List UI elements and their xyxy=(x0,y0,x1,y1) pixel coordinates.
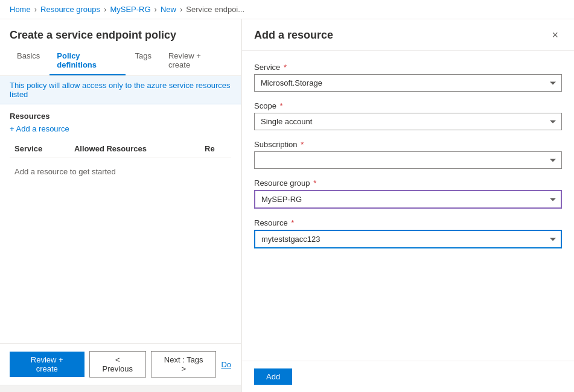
breadcrumb-mysep-rg[interactable]: MySEP-RG xyxy=(110,5,150,14)
scope-select[interactable]: Single account All accounts in subscript… xyxy=(254,113,562,130)
next-button[interactable]: Next : Tags > xyxy=(151,351,216,378)
tab-review-create[interactable]: Review + create xyxy=(161,46,229,75)
scope-label: Scope * xyxy=(254,101,562,110)
breadcrumb: Home › Resource groups › MySEP-RG › New … xyxy=(0,0,574,19)
service-select-wrapper: Microsoft.Storage xyxy=(254,74,562,92)
horizontal-scrollbar[interactable] xyxy=(0,385,241,392)
tab-bar: Basics Policy definitions Tags Review + … xyxy=(0,46,241,76)
close-button[interactable]: × xyxy=(548,28,562,43)
service-select[interactable]: Microsoft.Storage xyxy=(254,74,562,92)
resource-group-select-wrapper: MySEP-RG xyxy=(254,190,562,209)
resource-table: Service Allowed Resources Re Add a resou… xyxy=(10,141,231,186)
tab-policy-definitions[interactable]: Policy definitions xyxy=(49,46,125,75)
col-allowed: Allowed Resources xyxy=(69,141,200,157)
breadcrumb-current: Service endpoi... xyxy=(186,5,244,14)
breadcrumb-home[interactable]: Home xyxy=(10,5,31,14)
tab-basics[interactable]: Basics xyxy=(10,46,47,75)
previous-button[interactable]: < Previous xyxy=(89,351,146,378)
resource-select[interactable]: myteststgacc123 xyxy=(254,230,562,248)
col-re: Re xyxy=(200,141,231,157)
table-row-empty: Add a resource to get started xyxy=(10,157,231,186)
resource-group-select[interactable]: MySEP-RG xyxy=(254,190,562,209)
panel-title: Add a resource xyxy=(254,29,333,42)
resource-select-wrapper: myteststgacc123 xyxy=(254,230,562,248)
subscription-select[interactable] xyxy=(254,151,562,169)
resources-heading: Resources xyxy=(10,112,231,121)
tab-tags[interactable]: Tags xyxy=(128,46,159,75)
scope-field-group: Scope * Single account All accounts in s… xyxy=(254,101,562,130)
subscription-select-wrapper xyxy=(254,151,562,169)
resource-field-group: Resource * myteststgacc123 xyxy=(254,218,562,248)
service-field-group: Service * Microsoft.Storage xyxy=(254,63,562,92)
resource-group-field-group: Resource group * MySEP-RG xyxy=(254,179,562,209)
download-button[interactable]: Do xyxy=(221,360,231,369)
scope-select-wrapper: Single account All accounts in subscript… xyxy=(254,113,562,130)
breadcrumb-resource-groups[interactable]: Resource groups xyxy=(40,5,100,14)
resource-label: Resource * xyxy=(254,218,562,227)
resources-section: Resources + Add a resource Service Allow… xyxy=(0,104,241,343)
add-button[interactable]: Add xyxy=(254,368,292,385)
left-panel: Create a service endpoint policy Basics … xyxy=(0,19,241,392)
panel-body: Service * Microsoft.Storage Scope * S xyxy=(242,51,574,361)
review-create-button[interactable]: Review + create xyxy=(10,352,85,377)
breadcrumb-new[interactable]: New xyxy=(161,5,176,14)
panel-footer: Add xyxy=(242,361,574,392)
page-title: Create a service endpoint policy xyxy=(0,19,241,46)
subscription-label: Subscription * xyxy=(254,140,562,149)
subscription-field-group: Subscription * xyxy=(254,140,562,169)
service-label: Service * xyxy=(254,63,562,72)
col-service: Service xyxy=(10,141,69,157)
add-resource-link[interactable]: + Add a resource xyxy=(10,124,69,133)
info-bar: This policy will allow access only to th… xyxy=(0,76,241,104)
bottom-nav: Review + create < Previous Next : Tags >… xyxy=(0,343,241,385)
right-panel: Add a resource × Service * Microsoft.Sto… xyxy=(241,19,574,392)
panel-header: Add a resource × xyxy=(242,19,574,51)
resource-group-label: Resource group * xyxy=(254,179,562,188)
